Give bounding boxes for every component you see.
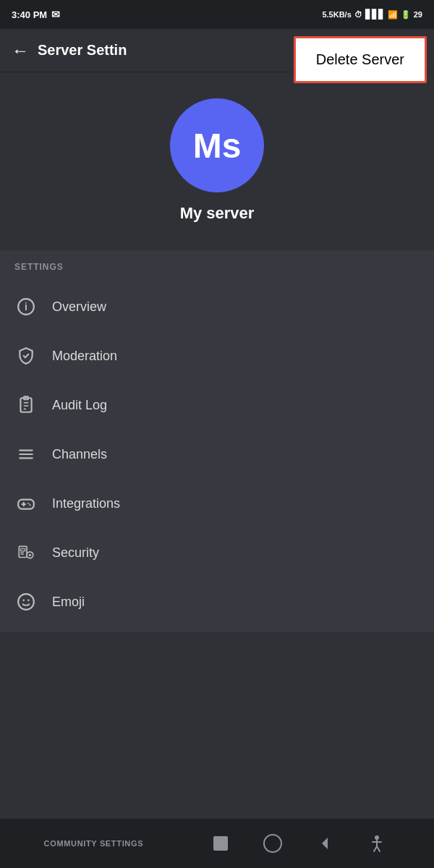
svg-point-21 xyxy=(18,594,34,610)
server-hero: Ms My server xyxy=(0,72,434,243)
svg-text:i: i xyxy=(25,301,27,312)
community-settings-label: COMMUNITY SETTINGS xyxy=(44,839,144,848)
overview-label: Overview xyxy=(52,299,106,315)
emoji-label: Emoji xyxy=(52,595,85,610)
svg-point-22 xyxy=(22,600,25,602)
svg-point-18 xyxy=(29,554,31,556)
svg-point-23 xyxy=(27,600,30,602)
signal-icon: ▋▋▋ xyxy=(365,9,385,20)
settings-section: SETTINGS i Overview Moderation xyxy=(0,250,434,632)
moderation-label: Moderation xyxy=(52,349,117,364)
server-initials: Ms xyxy=(193,126,242,166)
sidebar-item-moderation[interactable]: Moderation xyxy=(0,331,434,380)
security-label: Security xyxy=(52,545,99,561)
square-nav-icon[interactable] xyxy=(208,830,234,856)
server-avatar[interactable]: Ms xyxy=(170,98,264,192)
back-nav-icon[interactable] xyxy=(312,830,338,856)
gamepad-icon xyxy=(14,492,38,515)
channels-label: Channels xyxy=(52,447,107,462)
bottom-nav: COMMUNITY SETTINGS xyxy=(0,819,434,868)
svg-line-30 xyxy=(377,846,380,851)
header: ← Server Settin Delete Server xyxy=(0,29,434,72)
delete-server-label: Delete Server xyxy=(316,51,404,67)
page-title: Server Settin xyxy=(38,42,127,59)
security-icon xyxy=(14,541,38,564)
info-icon: i xyxy=(14,295,38,318)
sidebar-item-integrations[interactable]: Integrations xyxy=(0,479,434,528)
settings-section-label: SETTINGS xyxy=(0,262,434,282)
emoji-icon xyxy=(14,590,38,613)
audit-log-label: Audit Log xyxy=(52,398,107,413)
shield-icon xyxy=(14,344,38,367)
server-name: My server xyxy=(180,204,255,223)
sidebar-item-overview[interactable]: i Overview xyxy=(0,282,434,331)
clock-icon: ⏱ xyxy=(354,10,362,19)
delete-server-popup[interactable]: Delete Server xyxy=(294,36,427,83)
bottom-nav-icons xyxy=(208,830,390,856)
wifi-icon: 📶 xyxy=(388,10,398,20)
speed-indicator: 5.5KB/s xyxy=(322,10,351,19)
svg-point-13 xyxy=(27,503,29,504)
svg-point-24 xyxy=(264,835,281,852)
integrations-label: Integrations xyxy=(52,496,120,511)
home-nav-icon[interactable] xyxy=(260,830,286,856)
battery-level: 29 xyxy=(414,10,422,19)
status-bar-left: 3:40 PM ✉ xyxy=(12,9,60,20)
svg-rect-15 xyxy=(19,546,27,557)
sidebar-item-audit-log[interactable]: Audit Log xyxy=(0,380,434,430)
clipboard-icon xyxy=(14,393,38,417)
sidebar-item-security[interactable]: Security xyxy=(0,528,434,577)
status-bar-right: 5.5KB/s ⏱ ▋▋▋ 📶 🔋 29 xyxy=(322,9,422,20)
svg-rect-16 xyxy=(20,549,25,551)
accessibility-nav-icon[interactable] xyxy=(364,830,390,856)
gmail-icon: ✉ xyxy=(51,9,60,20)
svg-point-14 xyxy=(29,504,30,506)
time: 3:40 PM xyxy=(12,9,47,20)
sidebar-item-emoji[interactable]: Emoji xyxy=(0,577,434,626)
svg-marker-25 xyxy=(322,838,328,849)
sidebar-item-channels[interactable]: Channels xyxy=(0,430,434,479)
back-button[interactable]: ← xyxy=(12,41,29,61)
status-bar: 3:40 PM ✉ 5.5KB/s ⏱ ▋▋▋ 📶 🔋 29 xyxy=(0,0,434,29)
list-icon xyxy=(14,443,38,466)
battery-icon: 🔋 xyxy=(401,10,411,20)
svg-line-29 xyxy=(374,846,377,851)
